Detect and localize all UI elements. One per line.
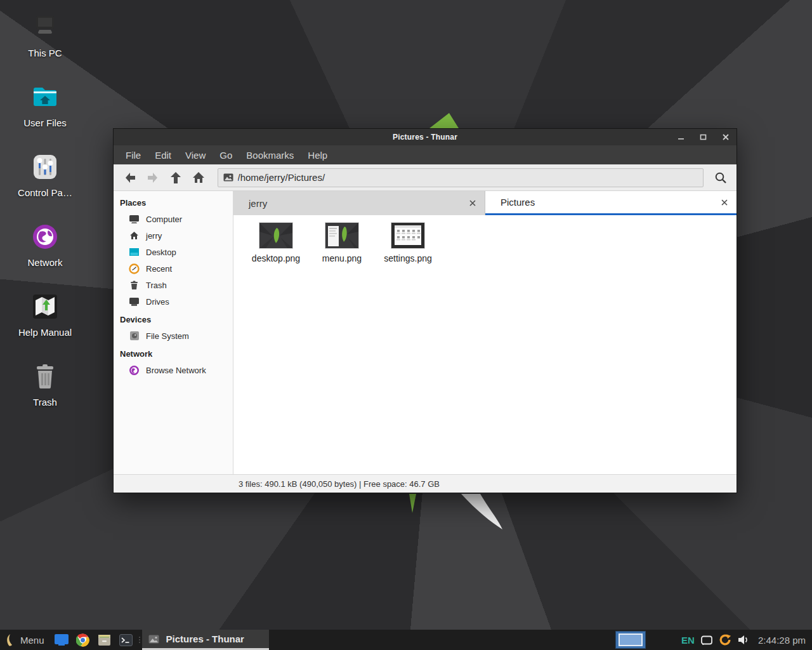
sidebar-item-desktop[interactable]: Desktop xyxy=(114,244,233,260)
file-settings-png[interactable]: settings.png xyxy=(377,222,439,263)
menu-edit[interactable]: Edit xyxy=(148,145,178,164)
file-list[interactable]: desktop.png menu.png xyxy=(233,215,737,474)
sidebar-item-drives[interactable]: Drives xyxy=(114,293,233,310)
sidebar-item-label: Browse Network xyxy=(146,366,206,375)
image-file-icon xyxy=(148,635,159,644)
desktop-icon-trash[interactable]: Trash xyxy=(6,358,84,428)
tab-pictures[interactable]: Pictures xyxy=(485,191,737,215)
desktop-icon-control-panel[interactable]: Control Pa… xyxy=(6,149,84,218)
system-tray: EN 2:44:28 pm xyxy=(681,633,812,646)
desktop-icon-help-manual[interactable]: Help Manual xyxy=(6,288,84,358)
forward-icon xyxy=(147,172,159,183)
home-icon xyxy=(129,230,140,241)
tab-label: jerry xyxy=(249,198,467,209)
sidebar-item-trash[interactable]: Trash xyxy=(114,277,233,293)
desktop-icon-label: Trash xyxy=(33,397,57,408)
desktop-icon-label: Network xyxy=(27,257,62,268)
drive-icon xyxy=(129,296,140,307)
status-bar: 3 files: 490.1 kB (490,050 bytes) | Free… xyxy=(114,474,737,493)
location-bar[interactable] xyxy=(218,168,704,187)
taskbar: Menu Pictures - Thu xyxy=(0,630,812,650)
applications-menu-button[interactable]: Menu xyxy=(0,630,51,650)
desktop-icon-user-files[interactable]: User Files xyxy=(6,79,84,149)
tab-jerry[interactable]: jerry xyxy=(233,191,485,215)
window-title: Pictures - Thunar xyxy=(114,133,737,142)
help-manual-icon xyxy=(30,292,60,321)
sidebar-item-browse-network[interactable]: Browse Network xyxy=(114,362,233,378)
clock-icon xyxy=(129,263,140,274)
search-icon xyxy=(714,171,727,184)
menu-bookmarks[interactable]: Bookmarks xyxy=(239,145,301,164)
thunar-window: Pictures - Thunar File Edit View Go Book… xyxy=(113,128,737,493)
up-button[interactable] xyxy=(164,168,187,187)
workspace-thumbnail xyxy=(619,633,643,646)
content-pane: jerry Pictures xyxy=(233,191,737,474)
desktop-icon-grid: This PC User Files Control Pa… Network H… xyxy=(6,9,84,428)
file-manager-launcher[interactable] xyxy=(51,630,72,650)
sidebar: Places Computer jerry Desktop Recent Tra… xyxy=(114,191,233,474)
volume-icon[interactable] xyxy=(737,633,750,646)
sidebar-item-label: Drives xyxy=(146,297,169,307)
maximize-button[interactable] xyxy=(699,133,708,142)
minimize-icon xyxy=(678,133,685,141)
mint-menu-icon xyxy=(5,633,15,647)
close-icon xyxy=(721,199,728,206)
forward-button[interactable] xyxy=(141,168,164,187)
minimize-button[interactable] xyxy=(677,133,686,142)
desktop-icon-this-pc[interactable]: This PC xyxy=(6,9,84,79)
image-file-icon xyxy=(223,173,233,182)
menu-file[interactable]: File xyxy=(119,145,148,164)
chrome-launcher[interactable] xyxy=(72,630,94,650)
tab-bar: jerry Pictures xyxy=(233,191,737,215)
sidebar-item-file-system[interactable]: File System xyxy=(114,328,233,344)
sidebar-item-home[interactable]: jerry xyxy=(114,227,233,244)
desktop-icon-label: This PC xyxy=(28,48,62,58)
desktop-icon-network[interactable]: Network xyxy=(6,218,84,288)
menu-help[interactable]: Help xyxy=(301,145,334,164)
file-desktop-png[interactable]: desktop.png xyxy=(245,222,307,263)
sidebar-item-label: jerry xyxy=(146,231,162,241)
sidebar-item-recent[interactable]: Recent xyxy=(114,260,233,277)
image-thumbnail xyxy=(391,223,424,248)
close-icon xyxy=(469,200,476,206)
menu-view[interactable]: View xyxy=(178,145,213,164)
sidebar-header-places: Places xyxy=(114,194,233,211)
tab-close-icon[interactable] xyxy=(719,197,730,208)
file-name: settings.png xyxy=(384,253,432,263)
tab-label: Pictures xyxy=(501,197,719,208)
sidebar-header-network: Network xyxy=(114,345,233,362)
workspace-switcher[interactable] xyxy=(615,631,646,649)
sidebar-item-label: Trash xyxy=(146,281,167,290)
sidebar-item-label: Desktop xyxy=(146,248,176,257)
sidebar-item-label: Recent xyxy=(146,264,172,274)
search-button[interactable] xyxy=(710,168,731,187)
close-button[interactable] xyxy=(721,133,730,142)
file-cabinet-icon xyxy=(98,634,111,646)
clock[interactable]: 2:44:28 pm xyxy=(758,635,806,646)
home-button[interactable] xyxy=(187,168,210,187)
terminal-icon xyxy=(119,634,133,646)
network-globe-icon xyxy=(129,365,140,376)
user-files-folder-icon xyxy=(30,83,60,112)
window-body: Places Computer jerry Desktop Recent Tra… xyxy=(114,191,737,474)
desktop-icon xyxy=(129,247,140,258)
display-settings-icon[interactable] xyxy=(700,633,713,646)
computer-icon xyxy=(129,214,140,225)
file-menu-png[interactable]: menu.png xyxy=(311,222,373,263)
desktop-icon-label: Control Pa… xyxy=(18,187,72,198)
terminal-launcher[interactable] xyxy=(115,630,137,650)
titlebar[interactable]: Pictures - Thunar xyxy=(114,129,737,145)
home-icon xyxy=(192,171,205,183)
path-input[interactable] xyxy=(238,172,698,183)
back-button[interactable] xyxy=(119,168,141,187)
trash-icon xyxy=(129,280,140,291)
menu-go[interactable]: Go xyxy=(213,145,239,164)
tab-close-icon[interactable] xyxy=(467,197,478,209)
sidebar-item-computer[interactable]: Computer xyxy=(114,211,233,227)
update-manager-icon[interactable] xyxy=(719,633,731,646)
taskbar-window-button[interactable]: Pictures - Thunar xyxy=(142,630,269,650)
keyboard-layout-indicator[interactable]: EN xyxy=(681,635,695,646)
menubar: File Edit View Go Bookmarks Help xyxy=(114,145,737,164)
desktop-icon-label: Help Manual xyxy=(18,327,72,338)
archive-manager-launcher[interactable] xyxy=(94,630,115,650)
